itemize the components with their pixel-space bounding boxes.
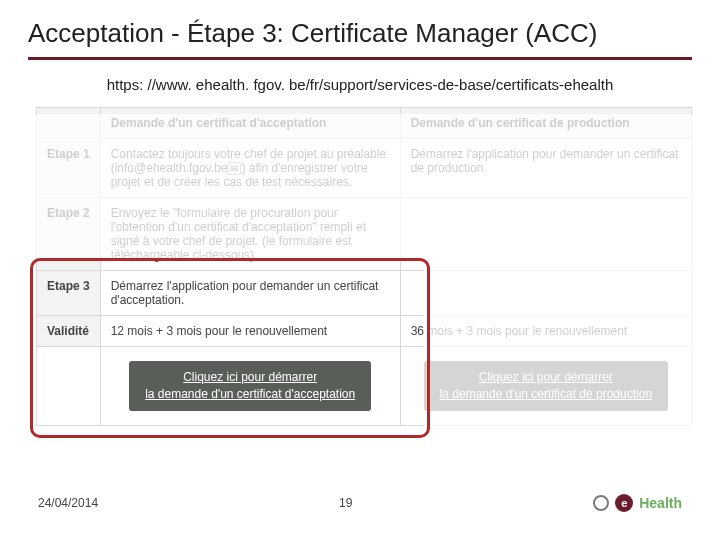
action-blank xyxy=(37,347,101,426)
step3-prod xyxy=(400,271,691,316)
ehealth-logo: e Health xyxy=(593,494,682,512)
step2-acc: Envoyez le "formulaire de procuration po… xyxy=(100,198,400,271)
step1-prod: Démarrez l'application pour demander un … xyxy=(400,139,691,198)
step-label: Etape 1 xyxy=(37,139,101,198)
start-production-button[interactable]: Cliquez ici pour démarrer la demande d'u… xyxy=(424,361,668,411)
col-blank xyxy=(37,108,101,139)
footer-page-number: 19 xyxy=(98,496,593,510)
footer-date: 24/04/2014 xyxy=(38,496,98,510)
validity-acc: 12 mois + 3 mois pour le renouvellement xyxy=(100,316,400,347)
table-row: Etape 1 Contactez toujours votre chef de… xyxy=(37,139,692,198)
step-label: Etape 3 xyxy=(37,271,101,316)
start-acceptation-button[interactable]: Cliquez ici pour démarrer la demande d'u… xyxy=(129,361,371,411)
slide-footer: 24/04/2014 19 e Health xyxy=(0,488,720,518)
table-row: Cliquez ici pour démarrer la demande d'u… xyxy=(37,347,692,426)
page-title: Acceptation - Étape 3: Certificate Manag… xyxy=(0,0,720,57)
step-label: Etape 2 xyxy=(37,198,101,271)
table-row: Etape 3 Démarrez l'application pour dema… xyxy=(37,271,692,316)
logo-ring-icon xyxy=(593,495,609,511)
col-header-production: Demande d'un certificat de production xyxy=(400,108,691,139)
step3-acc: Démarrez l'application pour demander un … xyxy=(100,271,400,316)
mail-icon: ✉ xyxy=(227,162,241,175)
action-prod-cell: Cliquez ici pour démarrer la demande d'u… xyxy=(400,347,691,426)
table-row: Validité 12 mois + 3 mois pour le renouv… xyxy=(37,316,692,347)
url-text: https: //www. ehealth. fgov. be/fr/suppo… xyxy=(0,60,720,103)
steps-table: Demande d'un certificat d'acceptation De… xyxy=(36,107,692,426)
logo-dot-icon: e xyxy=(615,494,633,512)
steps-table-wrapper: Demande d'un certificat d'acceptation De… xyxy=(36,107,692,426)
action-acc-cell: Cliquez ici pour démarrer la demande d'u… xyxy=(100,347,400,426)
col-header-acceptation: Demande d'un certificat d'acceptation xyxy=(100,108,400,139)
step2-prod xyxy=(400,198,691,271)
step-label: Validité xyxy=(37,316,101,347)
logo-word: Health xyxy=(639,495,682,511)
table-row: Etape 2 Envoyez le "formulaire de procur… xyxy=(37,198,692,271)
validity-prod: 36 mois + 3 mois pour le renouvellement xyxy=(400,316,691,347)
step1-acc: Contactez toujours votre chef de projet … xyxy=(100,139,400,198)
